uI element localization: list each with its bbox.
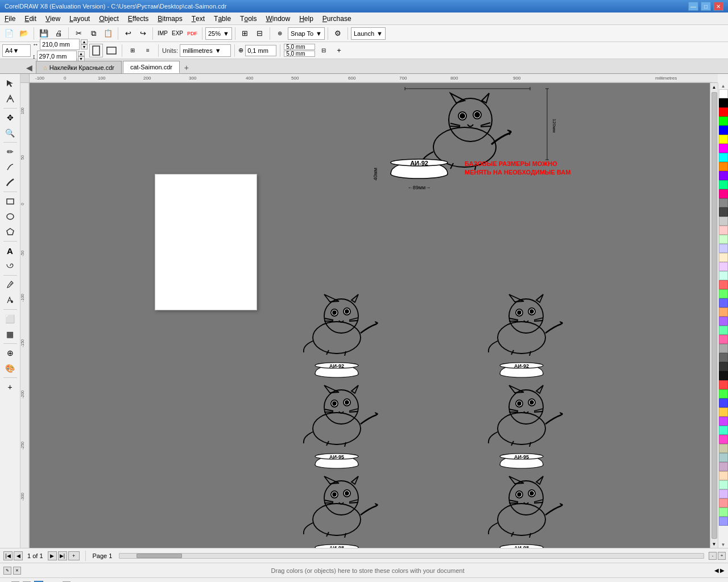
- group-button[interactable]: ⊟: [253, 27, 267, 40]
- palette-swatch[interactable]: [719, 508, 728, 517]
- palette-swatch[interactable]: [719, 344, 728, 353]
- view-toggle[interactable]: ⊞: [238, 27, 252, 40]
- snap-toggle[interactable]: ⊕: [273, 27, 287, 40]
- vscrollbar[interactable]: ▲ ▼: [710, 83, 718, 548]
- zoom-dropdown[interactable]: 25% ▼: [205, 27, 232, 40]
- palette-swatch[interactable]: [719, 135, 728, 144]
- palette-swatch[interactable]: [719, 498, 728, 508]
- menu-help[interactable]: Help: [295, 13, 318, 24]
- tab-cat-saimon[interactable]: cat-Saimon.cdr: [123, 61, 180, 73]
- palette-scroll-down[interactable]: ▼: [721, 542, 726, 548]
- hscrollbar[interactable]: [119, 553, 704, 559]
- prev-page-btn[interactable]: ◀: [14, 551, 23, 560]
- landscape-button[interactable]: [105, 44, 118, 57]
- menu-table[interactable]: Table: [209, 13, 235, 24]
- first-page-btn[interactable]: |◀: [3, 551, 13, 560]
- width-input[interactable]: [40, 39, 80, 50]
- settings-button[interactable]: ⚙: [331, 27, 345, 40]
- tray-next[interactable]: ▶: [720, 567, 725, 573]
- new-button[interactable]: 📄: [2, 27, 16, 40]
- back-arrow-icon[interactable]: ◀: [23, 62, 36, 73]
- palette-swatch[interactable]: [719, 307, 728, 317]
- freehand-tool[interactable]: ✏: [2, 144, 18, 159]
- redo-button[interactable]: ↪: [136, 27, 150, 40]
- align-button[interactable]: ⊟: [317, 44, 330, 57]
- rect-tool[interactable]: [2, 194, 18, 209]
- units-dropdown[interactable]: millimetres ▼: [180, 44, 231, 57]
- page-btn1[interactable]: ⊞: [126, 44, 139, 57]
- palette-swatch[interactable]: [719, 153, 728, 162]
- menu-bitmaps[interactable]: Bitmaps: [153, 13, 187, 24]
- menu-tools[interactable]: Tools: [235, 13, 261, 24]
- undo-button[interactable]: ↩: [121, 27, 135, 40]
- calligraphy-tool[interactable]: [2, 175, 18, 190]
- add-page-nav-btn[interactable]: +: [68, 551, 80, 560]
- tray-prev[interactable]: ◀: [714, 567, 719, 573]
- snap-dropdown[interactable]: Snap To ▼: [288, 27, 325, 40]
- height-input[interactable]: [37, 51, 77, 62]
- menu-layout[interactable]: Layout: [65, 13, 94, 24]
- ellipse-tool[interactable]: [2, 209, 18, 224]
- open-button[interactable]: 📂: [17, 27, 31, 40]
- menu-effects[interactable]: Effects: [123, 13, 153, 24]
- vscroll-thumb[interactable]: [712, 92, 717, 539]
- delete-tray-btn[interactable]: ✕: [13, 567, 21, 575]
- dim2-input[interactable]: [284, 51, 315, 57]
- launch-dropdown[interactable]: Launch ▼: [351, 27, 386, 40]
- width-up[interactable]: ▲: [81, 39, 88, 44]
- palette-swatch[interactable]: [719, 398, 728, 408]
- pattern-tool[interactable]: ▦: [2, 327, 18, 342]
- menu-file[interactable]: File: [0, 13, 20, 24]
- palette-swatch[interactable]: [719, 335, 728, 344]
- palette-swatch[interactable]: [719, 207, 728, 217]
- palette-swatch[interactable]: [719, 171, 728, 180]
- palette-swatch[interactable]: [719, 317, 728, 326]
- color-tool[interactable]: 🎨: [2, 361, 18, 376]
- add-page-btn[interactable]: +: [332, 44, 346, 57]
- zoom-in-btn[interactable]: +: [718, 552, 726, 560]
- pen-tool[interactable]: [2, 160, 18, 174]
- nudge-input[interactable]: [245, 45, 276, 56]
- palette-swatch[interactable]: [719, 262, 728, 271]
- palette-swatch[interactable]: [719, 408, 728, 417]
- palette-swatch[interactable]: [719, 471, 728, 480]
- menu-object[interactable]: Object: [94, 13, 123, 24]
- scroll-up-btn[interactable]: ▲: [710, 83, 718, 91]
- palette-swatch[interactable]: [719, 226, 728, 235]
- page-btn2[interactable]: ≡: [141, 44, 155, 57]
- print-button[interactable]: 🖨: [52, 27, 65, 40]
- palette-swatch[interactable]: [719, 217, 728, 226]
- palette-scroll-up[interactable]: ▲: [721, 83, 726, 89]
- palette-swatch[interactable]: [719, 180, 728, 189]
- palette-swatch[interactable]: [719, 480, 728, 489]
- palette-swatch[interactable]: [719, 235, 728, 244]
- palette-swatch[interactable]: [719, 426, 728, 435]
- palette-swatch[interactable]: [719, 189, 728, 198]
- pan-tool[interactable]: ✥: [2, 110, 18, 125]
- palette-swatch[interactable]: [719, 453, 728, 462]
- palette-swatch[interactable]: [719, 244, 728, 253]
- palette-swatch[interactable]: [719, 162, 728, 171]
- import-button[interactable]: IMP: [156, 27, 169, 40]
- minimize-button[interactable]: —: [688, 2, 698, 11]
- page-label-btn[interactable]: Page 1: [88, 552, 117, 559]
- canvas-area[interactable]: 120мм: [30, 83, 718, 548]
- palette-swatch[interactable]: [719, 98, 728, 107]
- spiral-tool[interactable]: [2, 259, 18, 273]
- palette-swatch[interactable]: [719, 271, 728, 280]
- zoom-out-btn[interactable]: -: [709, 552, 717, 560]
- menu-purchase[interactable]: Purchase: [318, 13, 356, 24]
- palette-swatch[interactable]: [719, 417, 728, 426]
- palette-swatch[interactable]: [719, 253, 728, 262]
- text-tool[interactable]: A: [2, 243, 18, 258]
- node-tool[interactable]: [2, 92, 18, 106]
- palette-swatch[interactable]: [719, 389, 728, 398]
- scroll-down-btn[interactable]: ▼: [710, 540, 718, 548]
- last-page-btn[interactable]: ▶|: [58, 551, 67, 560]
- menu-view[interactable]: View: [41, 13, 65, 24]
- close-button[interactable]: ✕: [713, 2, 723, 11]
- palette-swatch[interactable]: [719, 89, 728, 98]
- menu-text[interactable]: Text: [187, 13, 209, 24]
- palette-swatch[interactable]: [719, 371, 728, 380]
- polygon-tool[interactable]: [2, 225, 18, 239]
